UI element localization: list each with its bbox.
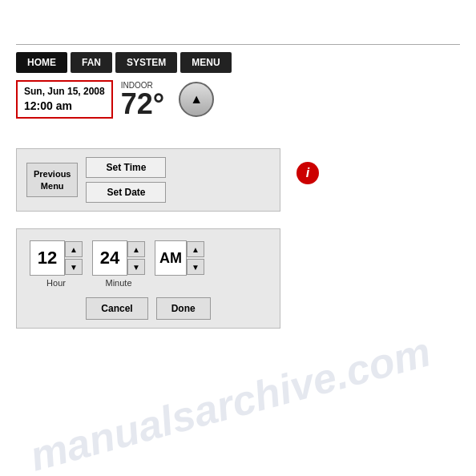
time-controls: 12 ▲ ▼ Hour 24 ▲ ▼ Minute AM <box>30 240 267 288</box>
nav-menu-button[interactable]: MENU <box>180 52 231 73</box>
ampm-up-button[interactable]: ▲ <box>187 241 204 257</box>
hour-unit: 12 ▲ ▼ Hour <box>30 240 83 288</box>
info-icon[interactable]: i <box>296 162 319 184</box>
nav-home-button[interactable]: HOME <box>16 52 67 73</box>
action-buttons: Cancel Done <box>30 297 267 320</box>
minute-unit: 24 ▲ ▼ Minute <box>92 240 145 288</box>
time-display: 12:00 am <box>24 99 105 115</box>
set-time-button[interactable]: Set Time <box>86 157 166 178</box>
menu-panel: PreviousMenu Set Time Set Date <box>16 148 280 212</box>
cancel-button[interactable]: Cancel <box>86 297 147 320</box>
nav-system-button[interactable]: SYSTEM <box>115 52 177 73</box>
info-row: Sun, Jun 15, 2008 12:00 am INDOOR 72° ▲ <box>16 80 214 119</box>
minute-label: Minute <box>105 278 131 288</box>
temp-value: 72° <box>121 90 164 119</box>
nav-fan-button[interactable]: FAN <box>71 52 112 73</box>
time-panel: 12 ▲ ▼ Hour 24 ▲ ▼ Minute AM <box>16 228 280 329</box>
ampm-value: AM <box>155 240 187 276</box>
hour-value: 12 <box>30 240 65 276</box>
hour-label: Hour <box>46 278 66 288</box>
date-time-box: Sun, Jun 15, 2008 12:00 am <box>16 80 113 119</box>
set-date-button[interactable]: Set Date <box>86 182 166 203</box>
ampm-arrows: ▲ ▼ <box>187 241 204 275</box>
minute-value: 24 <box>92 240 127 276</box>
nav-bar: HOME FAN SYSTEM MENU <box>16 52 232 73</box>
hour-arrows: ▲ ▼ <box>65 241 83 275</box>
previous-menu-button[interactable]: PreviousMenu <box>26 163 78 197</box>
minute-stepper: 24 ▲ ▼ <box>92 240 145 276</box>
hour-stepper: 12 ▲ ▼ <box>30 240 83 276</box>
menu-action-buttons: Set Time Set Date <box>86 157 166 203</box>
minute-up-button[interactable]: ▲ <box>127 241 145 257</box>
top-divider <box>16 44 460 45</box>
ampm-unit: AM ▲ ▼ <box>155 240 204 278</box>
hour-up-button[interactable]: ▲ <box>65 241 83 257</box>
minute-down-button[interactable]: ▼ <box>127 259 145 275</box>
minute-arrows: ▲ ▼ <box>127 241 145 275</box>
hour-down-button[interactable]: ▼ <box>65 259 83 275</box>
date-display: Sun, Jun 15, 2008 <box>24 85 105 99</box>
indoor-temp-box: INDOOR 72° <box>121 81 164 119</box>
ampm-stepper: AM ▲ ▼ <box>155 240 204 276</box>
done-button[interactable]: Done <box>156 297 211 320</box>
ampm-down-button[interactable]: ▼ <box>187 259 204 275</box>
watermark: manualsarchive.com <box>25 327 435 476</box>
up-arrow-button[interactable]: ▲ <box>179 82 214 117</box>
